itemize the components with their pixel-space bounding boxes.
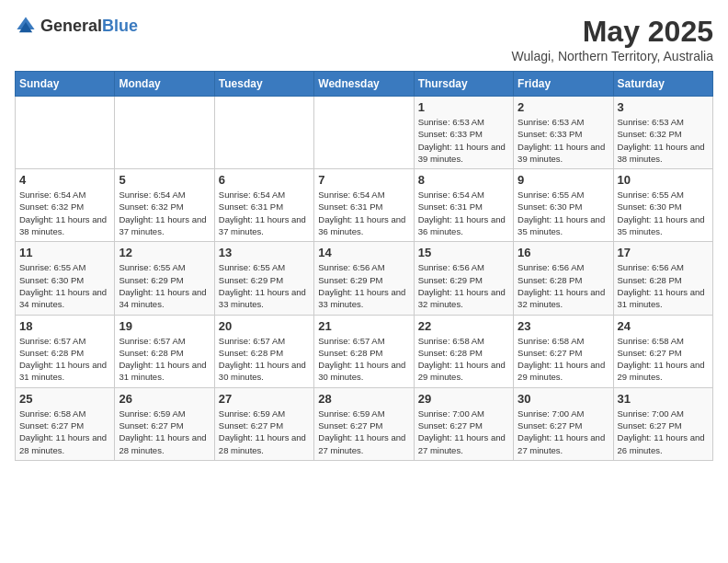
calendar-table: SundayMondayTuesdayWednesdayThursdayFrid… — [15, 71, 713, 461]
day-info: Sunrise: 6:59 AMSunset: 6:27 PMDaylight:… — [219, 408, 310, 456]
day-cell: 28Sunrise: 6:59 AMSunset: 6:27 PMDayligh… — [314, 387, 414, 460]
day-info: Sunrise: 7:00 AMSunset: 6:27 PMDaylight:… — [618, 408, 709, 456]
header-day-monday: Monday — [115, 72, 214, 97]
day-info: Sunrise: 6:55 AMSunset: 6:29 PMDaylight:… — [119, 261, 210, 310]
day-number: 23 — [518, 319, 609, 333]
day-number: 24 — [618, 319, 709, 333]
day-info: Sunrise: 6:57 AMSunset: 6:28 PMDaylight:… — [19, 335, 110, 384]
day-info: Sunrise: 7:00 AMSunset: 6:27 PMDaylight:… — [418, 408, 509, 456]
day-cell: 3Sunrise: 6:53 AMSunset: 6:32 PMDaylight… — [613, 97, 712, 169]
day-info: Sunrise: 6:58 AMSunset: 6:27 PMDaylight:… — [19, 408, 110, 456]
day-number: 25 — [19, 392, 110, 406]
day-cell: 29Sunrise: 7:00 AMSunset: 6:27 PMDayligh… — [414, 387, 513, 460]
day-cell: 15Sunrise: 6:56 AMSunset: 6:29 PMDayligh… — [414, 242, 513, 315]
day-cell: 21Sunrise: 6:57 AMSunset: 6:28 PMDayligh… — [314, 315, 414, 387]
day-cell: 10Sunrise: 6:55 AMSunset: 6:30 PMDayligh… — [613, 169, 712, 242]
day-number: 11 — [19, 246, 110, 259]
day-cell: 19Sunrise: 6:57 AMSunset: 6:28 PMDayligh… — [115, 315, 214, 387]
day-cell — [314, 97, 414, 169]
day-info: Sunrise: 6:53 AMSunset: 6:33 PMDaylight:… — [418, 116, 509, 165]
day-number: 16 — [518, 246, 609, 259]
day-cell: 31Sunrise: 7:00 AMSunset: 6:27 PMDayligh… — [613, 387, 712, 460]
day-number: 4 — [19, 173, 110, 187]
day-number: 31 — [618, 392, 709, 406]
day-number: 8 — [418, 173, 509, 187]
logo-icon — [15, 15, 37, 37]
day-cell: 7Sunrise: 6:54 AMSunset: 6:31 PMDaylight… — [314, 169, 414, 242]
day-number: 15 — [418, 246, 509, 259]
header-day-saturday: Saturday — [613, 72, 712, 97]
day-cell: 4Sunrise: 6:54 AMSunset: 6:32 PMDaylight… — [16, 169, 115, 242]
day-cell: 11Sunrise: 6:55 AMSunset: 6:30 PMDayligh… — [16, 242, 115, 315]
day-number: 13 — [219, 246, 310, 259]
logo-blue: Blue — [102, 17, 138, 35]
day-cell — [115, 97, 214, 169]
day-cell: 27Sunrise: 6:59 AMSunset: 6:27 PMDayligh… — [214, 387, 313, 460]
header-day-friday: Friday — [514, 72, 613, 97]
day-info: Sunrise: 6:54 AMSunset: 6:32 PMDaylight:… — [119, 189, 210, 237]
header-day-tuesday: Tuesday — [214, 72, 313, 97]
day-info: Sunrise: 6:55 AMSunset: 6:30 PMDaylight:… — [518, 189, 609, 237]
day-number: 30 — [518, 392, 609, 406]
day-cell: 30Sunrise: 7:00 AMSunset: 6:27 PMDayligh… — [514, 387, 613, 460]
day-info: Sunrise: 6:53 AMSunset: 6:32 PMDaylight:… — [618, 116, 709, 165]
day-cell — [214, 97, 313, 169]
day-cell: 25Sunrise: 6:58 AMSunset: 6:27 PMDayligh… — [16, 387, 115, 460]
week-row-1: 4Sunrise: 6:54 AMSunset: 6:32 PMDaylight… — [16, 169, 713, 242]
day-number: 26 — [119, 392, 210, 406]
day-number: 29 — [418, 392, 509, 406]
day-cell: 5Sunrise: 6:54 AMSunset: 6:32 PMDaylight… — [115, 169, 214, 242]
day-number: 17 — [618, 246, 709, 259]
day-info: Sunrise: 7:00 AMSunset: 6:27 PMDaylight:… — [518, 408, 609, 456]
day-info: Sunrise: 6:56 AMSunset: 6:29 PMDaylight:… — [318, 261, 409, 310]
day-cell: 13Sunrise: 6:55 AMSunset: 6:29 PMDayligh… — [214, 242, 313, 315]
day-info: Sunrise: 6:55 AMSunset: 6:30 PMDaylight:… — [19, 261, 110, 310]
day-info: Sunrise: 6:55 AMSunset: 6:29 PMDaylight:… — [219, 261, 310, 310]
day-info: Sunrise: 6:57 AMSunset: 6:28 PMDaylight:… — [219, 335, 310, 384]
page-header: GeneralBlue May 2025 Wulagi, Northern Te… — [15, 15, 713, 63]
day-cell: 8Sunrise: 6:54 AMSunset: 6:31 PMDaylight… — [414, 169, 513, 242]
header-day-sunday: Sunday — [16, 72, 115, 97]
day-number: 19 — [119, 319, 210, 333]
day-number: 27 — [219, 392, 310, 406]
day-cell: 22Sunrise: 6:58 AMSunset: 6:28 PMDayligh… — [414, 315, 513, 387]
logo: GeneralBlue — [15, 15, 138, 37]
day-info: Sunrise: 6:59 AMSunset: 6:27 PMDaylight:… — [318, 408, 409, 456]
day-info: Sunrise: 6:56 AMSunset: 6:28 PMDaylight:… — [518, 261, 609, 310]
day-cell: 18Sunrise: 6:57 AMSunset: 6:28 PMDayligh… — [16, 315, 115, 387]
page-title: May 2025 — [512, 15, 713, 49]
day-number: 3 — [618, 100, 709, 114]
calendar-header: SundayMondayTuesdayWednesdayThursdayFrid… — [16, 72, 713, 97]
header-row: SundayMondayTuesdayWednesdayThursdayFrid… — [16, 72, 713, 97]
day-info: Sunrise: 6:54 AMSunset: 6:32 PMDaylight:… — [19, 189, 110, 237]
day-number: 1 — [418, 100, 509, 114]
day-cell: 1Sunrise: 6:53 AMSunset: 6:33 PMDaylight… — [414, 97, 513, 169]
day-info: Sunrise: 6:54 AMSunset: 6:31 PMDaylight:… — [219, 189, 310, 237]
day-info: Sunrise: 6:56 AMSunset: 6:29 PMDaylight:… — [418, 261, 509, 310]
day-cell: 6Sunrise: 6:54 AMSunset: 6:31 PMDaylight… — [214, 169, 313, 242]
logo-general: General — [40, 17, 102, 35]
day-number: 7 — [318, 173, 409, 187]
day-info: Sunrise: 6:58 AMSunset: 6:28 PMDaylight:… — [418, 335, 509, 384]
day-cell: 14Sunrise: 6:56 AMSunset: 6:29 PMDayligh… — [314, 242, 414, 315]
week-row-2: 11Sunrise: 6:55 AMSunset: 6:30 PMDayligh… — [16, 242, 713, 315]
day-number: 14 — [318, 246, 409, 259]
day-number: 6 — [219, 173, 310, 187]
calendar-body: 1Sunrise: 6:53 AMSunset: 6:33 PMDaylight… — [16, 97, 713, 461]
day-number: 20 — [219, 319, 310, 333]
page-subtitle: Wulagi, Northern Territory, Australia — [512, 49, 713, 63]
day-cell: 24Sunrise: 6:58 AMSunset: 6:27 PMDayligh… — [613, 315, 712, 387]
day-cell: 26Sunrise: 6:59 AMSunset: 6:27 PMDayligh… — [115, 387, 214, 460]
day-cell: 12Sunrise: 6:55 AMSunset: 6:29 PMDayligh… — [115, 242, 214, 315]
week-row-4: 25Sunrise: 6:58 AMSunset: 6:27 PMDayligh… — [16, 387, 713, 460]
week-row-0: 1Sunrise: 6:53 AMSunset: 6:33 PMDaylight… — [16, 97, 713, 169]
header-day-wednesday: Wednesday — [314, 72, 414, 97]
day-info: Sunrise: 6:53 AMSunset: 6:33 PMDaylight:… — [518, 116, 609, 165]
day-number: 18 — [19, 319, 110, 333]
day-info: Sunrise: 6:54 AMSunset: 6:31 PMDaylight:… — [418, 189, 509, 237]
day-info: Sunrise: 6:57 AMSunset: 6:28 PMDaylight:… — [318, 335, 409, 384]
day-number: 2 — [518, 100, 609, 114]
week-row-3: 18Sunrise: 6:57 AMSunset: 6:28 PMDayligh… — [16, 315, 713, 387]
day-cell: 23Sunrise: 6:58 AMSunset: 6:27 PMDayligh… — [514, 315, 613, 387]
day-number: 5 — [119, 173, 210, 187]
